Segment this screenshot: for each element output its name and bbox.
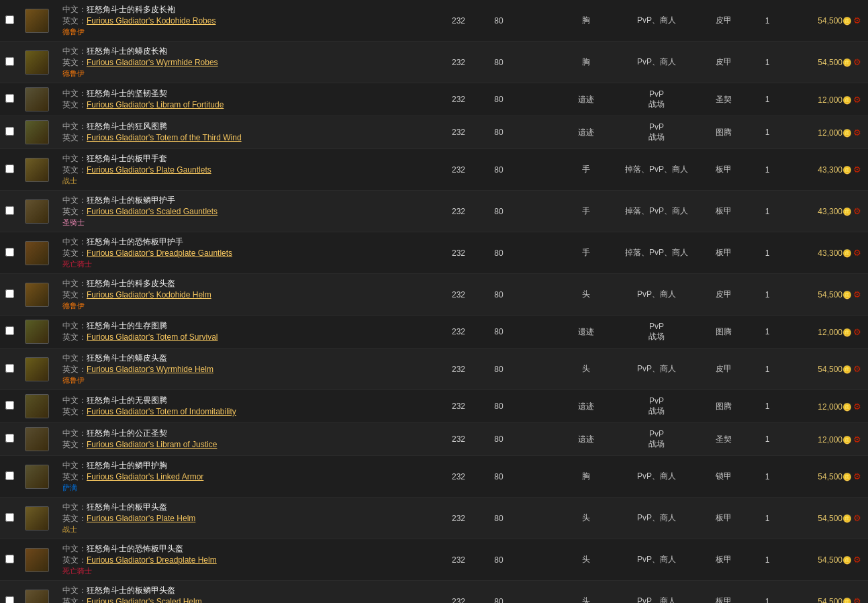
wowhead-icon[interactable]: ⚙ — [853, 57, 861, 67]
item-source: PvP、商人 — [613, 0, 700, 42]
row-checkbox[interactable] — [5, 57, 14, 66]
item-en-name[interactable]: 英文：Furious Gladiator's Libram of Fortitu… — [62, 99, 224, 111]
item-info-cell: 中文：狂怒角斗士的恐怖板甲头盔英文：Furious Gladiator's Dr… — [54, 539, 438, 581]
item-en-name[interactable]: 英文：Furious Gladiator's Dreadplate Helm — [62, 555, 217, 566]
item-slot: 头 — [559, 498, 613, 539]
item-class: 德鲁伊 — [62, 68, 218, 79]
row-checkbox[interactable] — [5, 165, 14, 173]
item-en-name[interactable]: 英文：Furious Gladiator's Kodohide Robes — [62, 15, 215, 27]
row-checkbox[interactable] — [5, 206, 14, 215]
item-type: 板甲 — [700, 232, 747, 274]
item-source: PvP战场 — [613, 390, 700, 423]
row-checkbox[interactable] — [5, 248, 14, 257]
spacer-col — [519, 349, 559, 390]
item-icon — [25, 506, 49, 530]
row-checkbox[interactable] — [5, 94, 14, 103]
row-checkbox[interactable] — [5, 596, 14, 604]
row-checkbox[interactable] — [5, 15, 14, 24]
wowhead-icon[interactable]: ⚙ — [853, 15, 861, 26]
item-en-name[interactable]: 英文：Furious Gladiator's Scaled Gauntlets — [62, 206, 218, 218]
item-class: 德鲁伊 — [62, 301, 211, 311]
table-row: 中文：狂怒角斗士的蟒皮头盔英文：Furious Gladiator's Wyrm… — [0, 349, 868, 390]
item-slot: 头 — [559, 274, 613, 316]
wowhead-icon[interactable]: ⚙ — [853, 128, 861, 138]
item-info-cell: 中文：狂怒角斗士的公正圣契英文：Furious Gladiator's Libr… — [54, 423, 438, 456]
wowhead-icon[interactable]: ⚙ — [853, 434, 861, 445]
item-level: 80 — [479, 42, 519, 83]
wowhead-icon[interactable]: ⚙ — [853, 289, 861, 299]
item-icon — [25, 548, 49, 572]
wowhead-icon[interactable]: ⚙ — [853, 596, 861, 603]
spacer-col — [519, 116, 559, 149]
row-checkbox[interactable] — [5, 127, 14, 136]
item-level: 80 — [479, 423, 519, 456]
item-table: 中文：狂怒角斗士的科多皮长袍英文：Furious Gladiator's Kod… — [0, 0, 868, 603]
item-en-name[interactable]: 英文：Furious Gladiator's Dreadplate Gauntl… — [62, 248, 232, 259]
row-checkbox[interactable] — [5, 326, 14, 335]
item-en-name[interactable]: 英文：Furious Gladiator's Wyrmhide Robes — [62, 57, 218, 68]
item-en-name[interactable]: 英文：Furious Gladiator's Kodohide Helm — [62, 289, 211, 301]
item-source: 掉落、PvP、商人 — [613, 232, 700, 274]
row-checkbox[interactable] — [5, 555, 14, 563]
item-zh-name: 中文：狂怒角斗士的无畏图腾 — [62, 395, 236, 406]
item-en-name[interactable]: 英文：Furious Gladiator's Totem of Indomita… — [62, 406, 236, 418]
spacer-col — [519, 498, 559, 539]
wowhead-icon[interactable]: ⚙ — [853, 513, 861, 523]
item-type: 板甲 — [700, 191, 747, 232]
item-stack: 1 — [747, 0, 787, 42]
item-info-cell: 中文：狂怒角斗士的恐怖板甲护手英文：Furious Gladiator's Dr… — [54, 232, 438, 274]
item-ilvl: 232 — [438, 349, 479, 390]
spacer-col — [519, 232, 559, 274]
row-checkbox[interactable] — [5, 364, 14, 373]
gold-coin-icon: 🪙 — [842, 291, 852, 299]
item-stack: 1 — [747, 116, 787, 149]
item-en-name[interactable]: 英文：Furious Gladiator's Wyrmhide Helm — [62, 364, 213, 375]
item-slot: 胸 — [559, 456, 613, 498]
wowhead-icon[interactable]: ⚙ — [853, 327, 861, 337]
item-slot: 手 — [559, 191, 613, 232]
row-checkbox[interactable] — [5, 401, 14, 410]
item-stack: 1 — [747, 539, 787, 581]
item-slot: 头 — [559, 349, 613, 390]
gold-coin-icon: 🪙 — [842, 556, 852, 564]
wowhead-icon[interactable]: ⚙ — [853, 248, 861, 258]
wowhead-icon[interactable]: ⚙ — [853, 165, 861, 175]
item-level: 80 — [479, 149, 519, 191]
item-type: 圣契 — [700, 83, 747, 116]
item-stack: 1 — [747, 581, 787, 604]
table-row: 中文：狂怒角斗士的科多皮长袍英文：Furious Gladiator's Kod… — [0, 0, 868, 42]
item-en-name[interactable]: 英文：Furious Gladiator's Linked Armor — [62, 471, 203, 483]
item-en-name[interactable]: 英文：Furious Gladiator's Scaled Helm — [62, 596, 202, 603]
wowhead-icon[interactable]: ⚙ — [853, 364, 861, 374]
spacer-col — [519, 191, 559, 232]
item-type: 图腾 — [700, 116, 747, 149]
wowhead-icon[interactable]: ⚙ — [853, 206, 861, 216]
item-icon — [25, 357, 49, 381]
wowhead-icon[interactable]: ⚙ — [853, 555, 861, 565]
item-class: 德鲁伊 — [62, 27, 215, 37]
item-en-name[interactable]: 英文：Furious Gladiator's Libram of Justice — [62, 439, 217, 451]
table-row: 中文：狂怒角斗士的科多皮头盔英文：Furious Gladiator's Kod… — [0, 274, 868, 316]
item-en-name[interactable]: 英文：Furious Gladiator's Totem of Survival — [62, 332, 218, 343]
item-en-name[interactable]: 英文：Furious Gladiator's Plate Gauntlets — [62, 165, 211, 176]
wowhead-icon[interactable]: ⚙ — [853, 95, 861, 105]
item-price: 54,500🪙⚙ — [787, 539, 868, 581]
item-en-name[interactable]: 英文：Furious Gladiator's Plate Helm — [62, 513, 195, 524]
item-source: PvP、商人 — [613, 539, 700, 581]
row-checkbox[interactable] — [5, 289, 14, 298]
wowhead-icon[interactable]: ⚙ — [853, 471, 861, 481]
item-level: 80 — [479, 456, 519, 498]
item-stack: 1 — [747, 42, 787, 83]
row-checkbox[interactable] — [5, 434, 14, 443]
item-info-cell: 中文：狂怒角斗士的板鳞甲头盔英文：Furious Gladiator's Sca… — [54, 581, 438, 604]
gold-coin-icon: 🪙 — [842, 598, 852, 603]
item-icon — [25, 590, 49, 604]
item-slot: 遗迹 — [559, 390, 613, 423]
item-info-cell: 中文：狂怒角斗士的板鳞甲护手英文：Furious Gladiator's Sca… — [54, 191, 438, 232]
item-en-name[interactable]: 英文：Furious Gladiator's Totem of the Thir… — [62, 132, 242, 144]
wowhead-icon[interactable]: ⚙ — [853, 402, 861, 412]
item-price: 12,000🪙⚙ — [787, 423, 868, 456]
row-checkbox[interactable] — [5, 513, 14, 522]
spacer-col — [519, 539, 559, 581]
row-checkbox[interactable] — [5, 471, 14, 480]
